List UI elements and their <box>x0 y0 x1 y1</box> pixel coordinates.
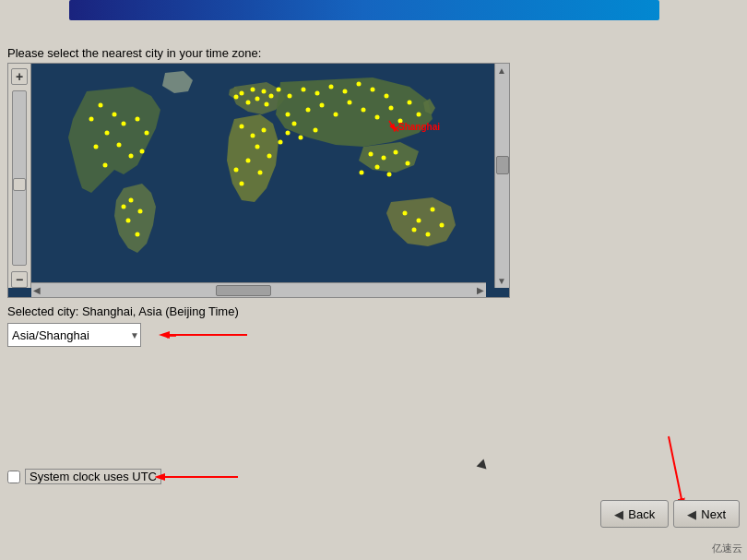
svg-point-68 <box>426 232 431 237</box>
svg-point-32 <box>258 171 263 175</box>
svg-point-44 <box>306 108 311 113</box>
svg-point-34 <box>234 168 239 173</box>
map-display[interactable]: × Shanghai <box>31 64 486 288</box>
svg-point-4 <box>105 131 110 136</box>
svg-point-20 <box>262 89 267 94</box>
sysclock-annotation-arrow <box>155 466 247 489</box>
svg-point-72 <box>279 140 283 145</box>
timezone-map[interactable]: + − <box>7 63 510 298</box>
map-scrollbar-vertical[interactable]: ▲ ▼ <box>494 64 509 288</box>
svg-point-29 <box>262 128 267 133</box>
svg-point-2 <box>113 113 117 117</box>
svg-point-7 <box>94 145 99 149</box>
svg-point-36 <box>288 94 292 99</box>
svg-point-31 <box>246 159 251 163</box>
svg-point-56 <box>417 113 421 117</box>
world-map-svg: × Shanghai <box>31 64 483 285</box>
timezone-select-wrapper: Asia/Shanghai Asia/Tokyo Asia/Hong_Kong … <box>7 323 141 347</box>
timezone-dropdown-container: Asia/Shanghai Asia/Tokyo Asia/Hong_Kong … <box>7 323 141 347</box>
back-label: Back <box>628 507 655 521</box>
scrollbar-thumb <box>216 285 271 296</box>
bottom-buttons: ◀ Back ◀ Next <box>600 500 740 528</box>
svg-point-48 <box>362 108 366 113</box>
svg-point-60 <box>406 161 410 166</box>
svg-point-49 <box>375 115 380 120</box>
map-controls: + − <box>8 64 31 288</box>
svg-point-15 <box>126 219 131 223</box>
svg-point-18 <box>240 91 244 96</box>
dropdown-annotation-arrow <box>155 321 256 349</box>
selected-city-label: Selected city: Shanghai, Asia (Beijing T… <box>7 304 239 318</box>
svg-point-69 <box>412 228 417 232</box>
v-scrollbar-thumb <box>496 156 509 174</box>
svg-point-58 <box>382 156 386 161</box>
svg-point-63 <box>387 173 392 177</box>
zoom-out-button[interactable]: − <box>11 271 28 288</box>
zoom-slider-thumb <box>13 178 26 191</box>
system-clock-row: System clock uses UTC <box>7 469 161 484</box>
svg-point-30 <box>255 145 260 149</box>
svg-point-37 <box>302 88 306 92</box>
svg-point-65 <box>417 219 421 223</box>
svg-point-35 <box>267 154 272 159</box>
svg-text:Shanghai: Shanghai <box>398 122 440 132</box>
svg-point-64 <box>403 211 408 216</box>
zoom-slider[interactable] <box>12 90 27 266</box>
svg-point-10 <box>129 154 134 159</box>
svg-point-66 <box>431 208 435 212</box>
svg-point-11 <box>140 149 145 154</box>
svg-point-5 <box>136 117 140 122</box>
svg-point-45 <box>320 103 325 108</box>
svg-point-12 <box>103 163 108 168</box>
svg-point-43 <box>385 94 389 99</box>
zoom-in-button[interactable]: + <box>11 68 28 85</box>
svg-point-62 <box>360 171 364 175</box>
svg-point-52 <box>292 122 297 126</box>
top-banner <box>69 0 659 20</box>
next-icon: ◀ <box>687 507 696 521</box>
svg-point-6 <box>145 131 149 136</box>
mouse-cursor <box>477 459 491 473</box>
svg-point-71 <box>299 136 303 140</box>
svg-point-23 <box>265 102 269 107</box>
timezone-select[interactable]: Asia/Shanghai Asia/Tokyo Asia/Hong_Kong … <box>7 323 141 347</box>
instruction-label: Please select the nearest city in your t… <box>7 46 261 60</box>
back-icon: ◀ <box>614 507 623 521</box>
next-button[interactable]: ◀ Next <box>673 500 740 528</box>
svg-point-61 <box>375 165 380 170</box>
svg-point-9 <box>89 117 94 122</box>
svg-point-28 <box>251 134 255 138</box>
svg-point-59 <box>394 150 398 155</box>
svg-point-40 <box>343 89 348 94</box>
svg-point-8 <box>117 143 122 148</box>
svg-point-70 <box>286 131 290 136</box>
svg-point-46 <box>334 113 338 117</box>
svg-line-82 <box>669 436 682 504</box>
svg-point-41 <box>357 82 362 87</box>
dropdown-arrow-annotation: ← <box>161 325 180 346</box>
svg-point-33 <box>240 182 244 186</box>
svg-point-26 <box>277 88 281 92</box>
svg-point-50 <box>389 106 394 111</box>
svg-point-57 <box>369 152 374 157</box>
svg-point-39 <box>329 85 334 89</box>
svg-point-17 <box>122 205 126 209</box>
svg-point-27 <box>240 125 244 129</box>
svg-point-13 <box>129 198 134 203</box>
svg-point-53 <box>314 128 318 133</box>
map-scrollbar-horizontal[interactable]: ◀ ▶ <box>31 282 486 297</box>
svg-point-24 <box>246 101 251 105</box>
svg-point-14 <box>138 209 143 214</box>
svg-point-47 <box>348 101 352 105</box>
system-clock-label: System clock uses UTC <box>25 469 161 484</box>
svg-point-54 <box>286 113 290 117</box>
svg-point-38 <box>315 91 320 96</box>
svg-point-16 <box>136 232 140 237</box>
branding-text: 亿速云 <box>712 542 742 555</box>
back-button[interactable]: ◀ Back <box>600 500 669 528</box>
svg-point-19 <box>251 88 255 92</box>
svg-point-22 <box>269 94 274 99</box>
svg-point-42 <box>371 88 375 92</box>
svg-point-21 <box>255 97 260 101</box>
system-clock-checkbox[interactable] <box>7 471 20 483</box>
